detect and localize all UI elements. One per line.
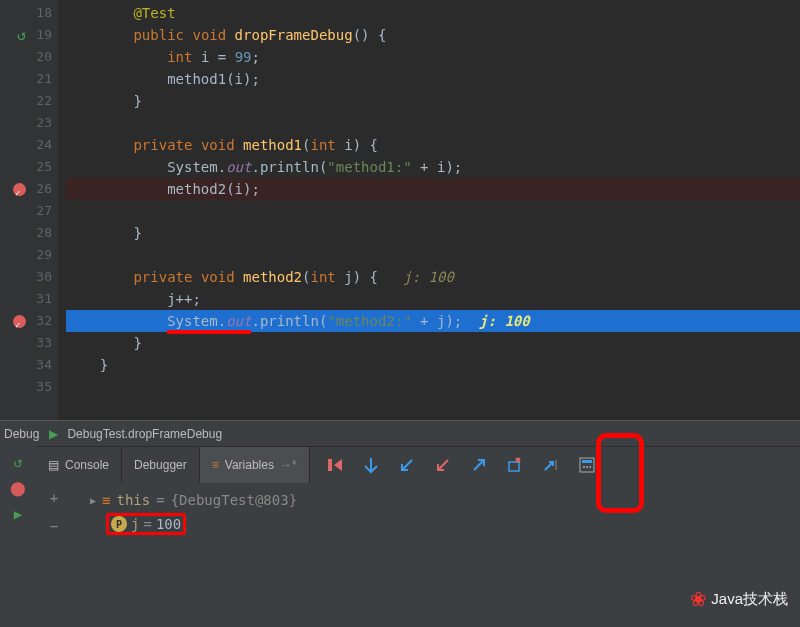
execution-line: System.out.println("method2:" + j); j: 1… [66,310,800,332]
method-dropFrameDebug: dropFrameDebug [235,27,353,43]
breakpoint-icon[interactable] [13,183,26,196]
inline-hint: j: 100 [403,269,454,285]
tab-variables[interactable]: ≡ Variables →* [200,447,310,483]
force-step-into-button[interactable] [432,454,454,476]
stop-button[interactable]: ⬤ [6,476,30,500]
run-to-cursor-button[interactable] [540,454,562,476]
svg-point-4 [586,466,588,468]
variables-panel: + − ▶ ≡ this = {DebugTest@803} P j = [36,482,800,627]
annotation-highlight-box [596,433,644,513]
method-method1: method1 [243,137,302,153]
var-name-j: j [131,516,139,532]
code-area[interactable]: @Test public void dropFrameDebug() { int… [58,0,800,420]
tab-debugger[interactable]: Debugger [122,447,200,483]
svg-rect-2 [582,460,592,463]
breakpoint-icon[interactable] [13,315,26,328]
gutter: 18 ↺19 20 21 22 23 24 25 26 27 28 29 30 … [0,0,58,420]
debug-side-toolbar: ↺ ⬤ ▶ [0,446,36,627]
watermark: ❀ Java技术栈 [690,587,788,611]
var-value-j: 100 [156,516,181,532]
wechat-icon: ❀ [690,587,707,611]
variable-row[interactable]: ▶ ≡ this = {DebugTest@803} [80,488,792,512]
primitive-icon: P [111,516,127,532]
svg-rect-0 [509,462,519,471]
new-watch-button[interactable]: + [42,486,66,510]
annotation: @Test [133,5,175,21]
variables-icon: ≡ [212,458,219,472]
remove-watch-button[interactable]: − [42,514,66,538]
debugger-toolbar: ▤ Console Debugger ≡ Variables →* [36,446,800,482]
resume-button[interactable]: ▶ [6,502,30,526]
method-method2: method2 [243,269,302,285]
inline-hint-exec: j: 100 [479,313,530,329]
svg-point-3 [583,466,585,468]
svg-point-5 [589,466,591,468]
object-icon: ≡ [102,492,110,508]
variable-row[interactable]: P j = 100 [80,512,792,536]
debug-label: Debug [4,427,39,441]
var-name-this: this [116,492,150,508]
rerun-button[interactable]: ↺ [6,450,30,474]
annotation-highlight-box: P j = 100 [106,513,186,535]
var-value-this: {DebugTest@803} [171,492,297,508]
debug-panel-header: Debug ▶ DebugTest.dropFrameDebug [0,420,800,446]
debug-run-icon[interactable]: ▶ [45,426,61,442]
expand-icon[interactable]: ▶ [90,495,96,506]
step-out-button[interactable] [468,454,490,476]
run-config-name: DebugTest.dropFrameDebug [67,427,222,441]
run-gutter-icon[interactable]: ↺ [17,29,26,42]
code-editor[interactable]: 18 ↺19 20 21 22 23 24 25 26 27 28 29 30 … [0,0,800,420]
step-over-button[interactable] [360,454,382,476]
tab-console[interactable]: ▤ Console [36,447,122,483]
console-icon: ▤ [48,458,59,472]
step-into-button[interactable] [396,454,418,476]
evaluate-expression-button[interactable] [576,454,598,476]
show-execution-point-button[interactable] [324,454,346,476]
drop-frame-button[interactable] [504,454,526,476]
